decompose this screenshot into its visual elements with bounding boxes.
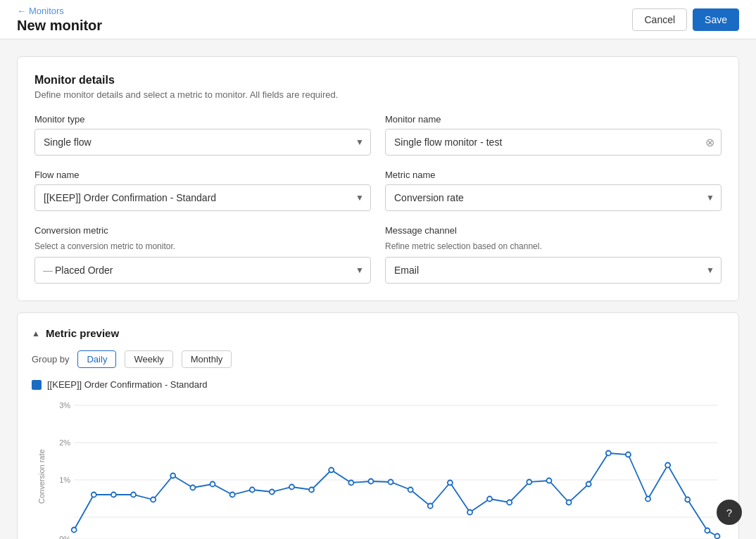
dash-icon: —: [43, 265, 53, 276]
top-bar-left: ← Monitors New monitor: [17, 6, 102, 34]
svg-point-16: [210, 482, 215, 487]
svg-point-33: [546, 478, 551, 483]
monitor-type-group: Monitor type Single flow ▼: [34, 114, 371, 156]
svg-point-30: [487, 497, 492, 502]
svg-point-21: [309, 488, 314, 493]
svg-point-40: [685, 497, 690, 502]
svg-point-31: [507, 500, 512, 505]
svg-point-20: [289, 485, 294, 490]
help-button[interactable]: ?: [717, 500, 742, 525]
group-by-row: Group by Daily Weekly Monthly: [32, 350, 724, 368]
legend-color-swatch: [32, 380, 42, 390]
message-channel-desc: Refine metric selection based on channel…: [385, 241, 722, 251]
svg-point-9: [72, 528, 77, 533]
group-daily-button[interactable]: Daily: [77, 350, 116, 368]
metric-preview-header[interactable]: ▲ Metric preview: [32, 327, 724, 339]
page-title: New monitor: [17, 18, 102, 34]
section-desc: Define monitor details and select a metr…: [34, 89, 722, 100]
group-monthly-button[interactable]: Monthly: [182, 350, 232, 368]
svg-point-12: [131, 493, 136, 497]
svg-point-32: [527, 480, 531, 485]
metric-name-select[interactable]: Conversion rate: [385, 184, 722, 211]
svg-text:3%: 3%: [59, 401, 70, 410]
flow-name-select[interactable]: [[KEEP]] Order Confirmation - Standard: [34, 184, 371, 211]
legend-label: [[KEEP]] Order Confirmation - Standard: [47, 379, 208, 390]
svg-point-27: [428, 504, 433, 509]
back-arrow-icon: ←: [17, 6, 26, 16]
monitor-type-select[interactable]: Single flow: [34, 129, 371, 156]
chart-legend: [[KEEP]] Order Confirmation - Standard: [32, 379, 724, 390]
top-bar-actions: Cancel Save: [632, 8, 739, 31]
message-channel-select[interactable]: Email: [385, 257, 722, 284]
group-weekly-button[interactable]: Weekly: [125, 350, 172, 368]
svg-point-17: [230, 493, 235, 497]
metric-preview-card: ▲ Metric preview Group by Daily Weekly M…: [17, 312, 739, 539]
metric-name-wrapper: Conversion rate ▼: [385, 184, 722, 211]
main-content: Monitor details Define monitor details a…: [0, 39, 756, 539]
conversion-metric-desc: Select a conversion metric to monitor.: [34, 241, 371, 251]
clear-icon[interactable]: ⊗: [705, 136, 714, 149]
cancel-button[interactable]: Cancel: [632, 8, 687, 31]
conversion-metric-group: Conversion metric Select a conversion me…: [34, 225, 371, 284]
svg-point-26: [408, 488, 413, 493]
svg-point-34: [567, 500, 572, 505]
svg-point-23: [348, 481, 353, 486]
svg-point-15: [190, 486, 195, 490]
svg-point-13: [151, 497, 156, 502]
form-row-3: Conversion metric Select a conversion me…: [34, 225, 722, 284]
metric-name-label: Metric name: [385, 170, 722, 180]
conversion-metric-select[interactable]: Placed Order: [34, 257, 371, 284]
svg-point-10: [92, 493, 96, 497]
svg-point-14: [170, 474, 175, 478]
svg-text:1%: 1%: [59, 476, 70, 484]
svg-text:0%: 0%: [59, 535, 70, 539]
svg-point-11: [111, 493, 116, 497]
svg-point-37: [626, 452, 631, 457]
svg-point-25: [389, 480, 393, 485]
metric-name-group: Metric name Conversion rate ▼: [385, 170, 722, 211]
top-bar: ← Monitors New monitor Cancel Save: [0, 0, 756, 39]
svg-text:2%: 2%: [59, 438, 70, 447]
save-button[interactable]: Save: [693, 8, 739, 31]
back-link[interactable]: ← Monitors: [17, 6, 102, 16]
message-channel-group: Message channel Refine metric selection …: [385, 225, 722, 284]
collapse-icon: ▲: [32, 329, 40, 338]
monitor-name-input[interactable]: [385, 129, 722, 156]
form-row-2: Flow name [[KEEP]] Order Confirmation - …: [34, 170, 722, 211]
svg-point-38: [645, 497, 650, 502]
conversion-metric-label: Conversion metric: [34, 225, 371, 236]
monitor-type-label: Monitor type: [34, 114, 371, 125]
svg-point-41: [705, 528, 710, 533]
section-title: Monitor details: [34, 74, 722, 87]
line-chart: 3% 2% 1% 0%: [46, 398, 724, 539]
svg-point-35: [586, 482, 591, 487]
monitor-type-wrapper: Single flow ▼: [34, 129, 371, 156]
metric-preview-title: Metric preview: [46, 327, 119, 339]
message-channel-label: Message channel: [385, 225, 722, 236]
monitor-name-group: Monitor name ⊗: [385, 114, 722, 156]
flow-name-wrapper: [[KEEP]] Order Confirmation - Standard ▼: [34, 184, 371, 211]
chart-inner: 3% 2% 1% 0%: [46, 398, 724, 539]
message-channel-wrapper: Email ▼: [385, 257, 722, 284]
back-link-label: Monitors: [29, 6, 64, 16]
monitor-name-wrapper: ⊗: [385, 129, 722, 156]
flow-name-group: Flow name [[KEEP]] Order Confirmation - …: [34, 170, 371, 211]
svg-point-42: [714, 534, 719, 539]
svg-point-19: [270, 490, 275, 495]
svg-point-22: [329, 468, 334, 473]
y-axis-label: Conversion rate: [32, 398, 46, 539]
flow-name-label: Flow name: [34, 170, 371, 180]
monitor-details-card: Monitor details Define monitor details a…: [17, 56, 739, 301]
form-row-1: Monitor type Single flow ▼ Monitor name …: [34, 114, 722, 156]
monitor-name-label: Monitor name: [385, 114, 722, 125]
svg-point-24: [368, 479, 373, 484]
svg-point-29: [467, 510, 472, 515]
group-by-label: Group by: [32, 354, 69, 364]
svg-point-28: [448, 481, 453, 486]
svg-point-18: [250, 488, 255, 493]
chart-container: Conversion rate 3% 2% 1% 0%: [32, 398, 724, 539]
svg-point-36: [606, 451, 611, 456]
conversion-metric-wrapper: — Placed Order ▼: [34, 257, 371, 284]
svg-point-39: [665, 463, 670, 468]
